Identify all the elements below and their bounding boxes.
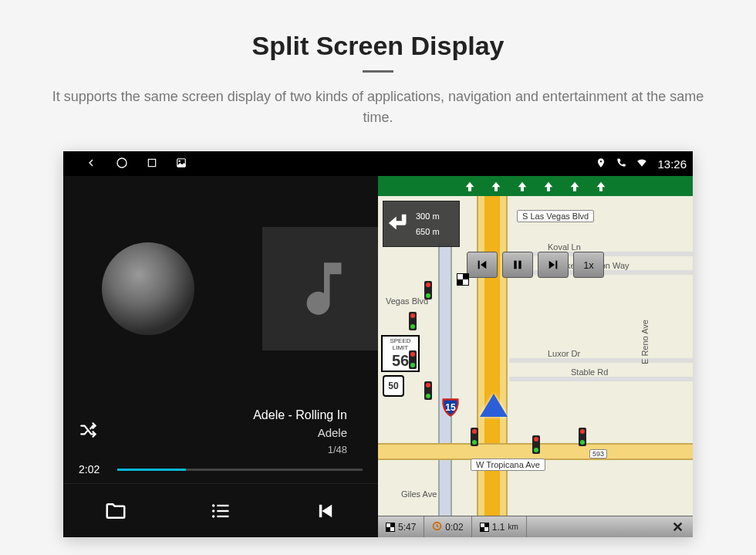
svg-marker-10: [322, 504, 332, 516]
svg-rect-14: [514, 261, 516, 269]
eta-value: 5:47: [398, 522, 416, 533]
duration-cell[interactable]: 0:02: [424, 516, 471, 537]
title-underline: [363, 70, 393, 73]
svg-rect-15: [518, 261, 521, 269]
svg-marker-13: [481, 261, 486, 269]
artist-name: Adele: [253, 425, 347, 442]
us-route-shield: 50: [383, 375, 404, 397]
device-frame: 13:26 Ad: [63, 151, 693, 537]
volume-dial[interactable]: [102, 242, 194, 335]
road: [438, 242, 452, 537]
distance-cell[interactable]: 1.1 km: [472, 516, 527, 537]
traffic-light-icon: [409, 350, 417, 369]
lane-arrow-icon: [592, 178, 610, 194]
svg-point-8: [212, 509, 215, 513]
traffic-light-icon: [424, 281, 432, 299]
nav-next-button[interactable]: [538, 252, 569, 278]
map-view[interactable]: S Las Vegas Blvd Koval Ln Duke Ellington…: [378, 196, 693, 516]
previous-button[interactable]: [273, 484, 378, 537]
turn-distance-1: 300: [416, 212, 430, 221]
turn-unit-2: m: [432, 227, 439, 236]
road-text: Koval Ln: [548, 242, 581, 252]
location-icon: [596, 157, 606, 171]
back-icon[interactable]: [85, 157, 97, 171]
recent-apps-icon[interactable]: [147, 157, 157, 171]
clock-label: 13:26: [657, 157, 687, 171]
nav-playback-controls: 1x: [467, 252, 604, 278]
previous-icon: [315, 500, 336, 522]
progress-row: 2:02: [63, 460, 378, 483]
road: [509, 358, 693, 363]
track-counter: 1/48: [253, 442, 347, 458]
interstate-shield: 15: [440, 397, 461, 418]
traffic-light-icon: [579, 428, 586, 446]
lane-arrow-icon: [461, 178, 479, 194]
svg-rect-11: [319, 504, 322, 516]
svg-point-9: [212, 515, 215, 518]
folder-icon: [104, 499, 127, 523]
exit-label: 593: [589, 449, 607, 459]
shield-number: 15: [445, 402, 455, 413]
lane-arrow-icon: [565, 178, 584, 194]
music-controls: [63, 483, 378, 537]
road-text: Stable Rd: [571, 367, 608, 377]
lane-arrow-icon: [487, 178, 505, 194]
traffic-light-icon: [471, 428, 478, 446]
vehicle-cursor-icon: [480, 394, 508, 417]
turn-left-icon: [386, 210, 413, 239]
music-pane: Adele - Rolling In Adele 1/48 2:02: [63, 176, 378, 537]
svg-point-3: [179, 160, 181, 161]
road-label: W Tropicana Ave: [471, 459, 545, 471]
close-icon: ✕: [672, 519, 683, 535]
turn-unit-1: m: [432, 212, 439, 221]
shuffle-icon[interactable]: [79, 420, 99, 443]
nav-previous-button[interactable]: [467, 252, 498, 278]
svg-rect-17: [555, 261, 557, 269]
status-bar: 13:26: [63, 151, 693, 176]
turn-instruction: 300 m 650 m: [383, 201, 460, 247]
flag-icon: [386, 523, 395, 532]
skip-forward-icon: [547, 259, 559, 271]
duration-value: 0:02: [445, 522, 463, 533]
phone-icon: [616, 157, 626, 171]
progress-bar[interactable]: [117, 469, 363, 471]
music-note-icon: [289, 254, 359, 323]
clock-icon: [432, 521, 442, 533]
destination-flag-icon: [457, 273, 469, 286]
playlist-button[interactable]: [168, 484, 273, 537]
traffic-light-icon: [532, 435, 540, 454]
road: [509, 377, 693, 381]
distance-unit: km: [508, 523, 518, 531]
road-label: S Las Vegas Blvd: [517, 210, 594, 222]
eta-cell[interactable]: 5:47: [378, 516, 424, 537]
lane-arrow-icon: [513, 178, 532, 194]
road-text: Vegas Blvd: [386, 296, 428, 306]
list-icon: [210, 500, 231, 522]
flag-icon: [480, 523, 489, 532]
svg-rect-1: [148, 159, 155, 166]
nav-pause-button[interactable]: [502, 252, 533, 278]
svg-marker-16: [549, 261, 555, 269]
pause-icon: [511, 259, 524, 271]
navigation-pane: S Las Vegas Blvd Koval Ln Duke Ellington…: [378, 176, 693, 537]
traffic-light-icon: [424, 381, 432, 400]
distance-value: 1.1: [492, 522, 505, 533]
page-title: Split Screen Display: [0, 0, 756, 61]
skip-back-icon: [476, 259, 488, 271]
nav-speed-button[interactable]: 1x: [573, 252, 604, 278]
album-art: [262, 227, 386, 350]
folder-button[interactable]: [63, 484, 168, 537]
image-icon: [176, 157, 187, 171]
svg-rect-12: [478, 261, 480, 269]
road-text: Giles Ave: [401, 489, 437, 499]
road-text: Luxor Dr: [548, 349, 580, 358]
traffic-light-icon: [409, 312, 417, 330]
road-text: E Reno Ave: [640, 320, 650, 364]
elapsed-time: 2:02: [79, 463, 110, 475]
lane-arrow-icon: [539, 178, 558, 194]
close-button[interactable]: ✕: [663, 519, 693, 536]
page-subtitle: It supports the same screen display of t…: [0, 86, 756, 144]
nav-bottom-bar: 5:47 0:02 1.1 km ✕: [378, 516, 693, 537]
home-icon[interactable]: [116, 157, 128, 171]
turn-distance-2: 650: [416, 227, 430, 236]
